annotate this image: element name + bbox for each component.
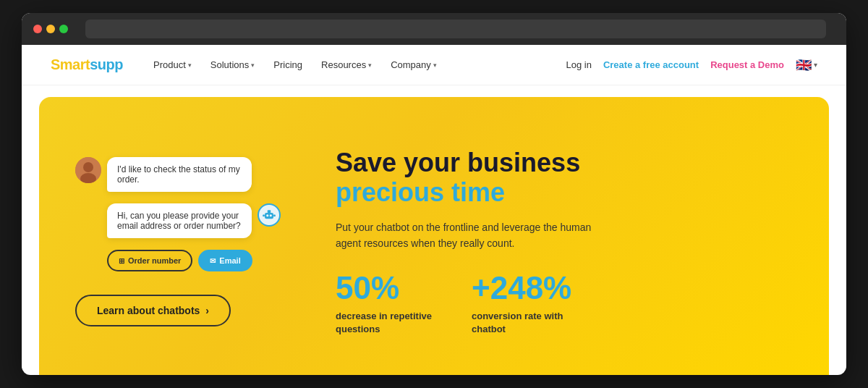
nav-item-resources[interactable]: Resources ▾ — [314, 55, 379, 75]
fullscreen-button-icon[interactable] — [59, 25, 68, 33]
hero-title-line2: precious time — [336, 177, 800, 207]
logo-smart: Smart — [51, 56, 90, 72]
email-button[interactable]: ✉ Email — [198, 250, 252, 271]
svg-point-6 — [273, 214, 276, 216]
traffic-lights — [33, 25, 68, 33]
navigation: Smartsupp Product ▾ Solutions ▾ Pricing … — [22, 45, 846, 85]
create-account-link[interactable]: Create a free account — [603, 59, 699, 70]
minimize-button-icon[interactable] — [46, 25, 55, 33]
grid-icon: ⊞ — [119, 257, 124, 265]
nav-item-pricing[interactable]: Pricing — [266, 55, 310, 75]
nav-item-product[interactable]: Product ▾ — [146, 55, 199, 75]
stat-50-percent: 50% decrease in repetitive questions — [336, 272, 437, 336]
envelope-icon: ✉ — [210, 257, 216, 265]
svg-point-7 — [266, 214, 268, 216]
chevron-down-icon: ▾ — [188, 62, 192, 69]
hero-subtitle: Put your chatbot on the frontline and le… — [336, 219, 610, 252]
bot-avatar-icon — [258, 203, 281, 227]
hero-section: I'd like to check the status of my order… — [39, 97, 829, 375]
hero-text: Save your business precious time Put you… — [336, 148, 800, 336]
stats-row: 50% decrease in repetitive questions +24… — [336, 272, 800, 336]
learn-about-chatbots-button[interactable]: Learn about chatbots › — [75, 295, 231, 326]
hero-title-line1: Save your business — [336, 148, 800, 177]
user-avatar — [75, 157, 101, 183]
arrow-right-icon: › — [205, 305, 209, 316]
svg-rect-4 — [268, 210, 271, 213]
chevron-down-icon: ▾ — [251, 62, 255, 69]
stat-number-248: +248% — [472, 272, 573, 304]
svg-point-5 — [263, 214, 265, 216]
nav-right: Log in Create a free account Request a D… — [566, 57, 817, 73]
user-chat-bubble: I'd like to check the status of my order… — [107, 157, 252, 192]
flag-icon: 🇬🇧 — [796, 57, 812, 73]
browser-window: Smartsupp Product ▾ Solutions ▾ Pricing … — [22, 13, 846, 375]
logo[interactable]: Smartsupp — [51, 56, 123, 73]
logo-supp: supp — [90, 56, 123, 72]
close-button-icon[interactable] — [33, 25, 42, 33]
chevron-down-icon: ▾ — [368, 62, 372, 69]
robot-icon — [263, 208, 276, 222]
language-selector[interactable]: 🇬🇧 ▾ — [796, 57, 817, 73]
nav-links: Product ▾ Solutions ▾ Pricing Resources … — [146, 55, 566, 75]
request-demo-link[interactable]: Request a Demo — [710, 59, 784, 70]
avatar-image — [75, 157, 101, 183]
stat-label-50: decrease in repetitive questions — [336, 310, 437, 336]
stat-label-248: conversion rate with chatbot — [472, 310, 573, 336]
order-number-button[interactable]: ⊞ Order number — [107, 250, 192, 271]
user-message-row: I'd like to check the status of my order… — [75, 157, 252, 192]
svg-point-8 — [270, 214, 272, 216]
bot-message-row: Hi, can you please provide your email ad… — [107, 203, 281, 238]
nav-item-company[interactable]: Company ▾ — [383, 55, 444, 75]
nav-item-solutions[interactable]: Solutions ▾ — [203, 55, 262, 75]
chevron-down-icon: ▾ — [814, 61, 817, 69]
chat-mockup: I'd like to check the status of my order… — [75, 157, 307, 326]
chat-action-buttons: ⊞ Order number ✉ Email — [107, 250, 252, 271]
browser-chrome — [22, 13, 846, 45]
svg-rect-3 — [265, 213, 273, 219]
address-bar[interactable] — [85, 20, 826, 38]
stat-248-percent: +248% conversion rate with chatbot — [472, 272, 573, 336]
chevron-down-icon: ▾ — [433, 62, 437, 69]
stat-number-50: 50% — [336, 272, 437, 304]
login-link[interactable]: Log in — [566, 59, 591, 70]
bot-chat-bubble: Hi, can you please provide your email ad… — [107, 203, 252, 238]
svg-point-1 — [83, 162, 93, 172]
